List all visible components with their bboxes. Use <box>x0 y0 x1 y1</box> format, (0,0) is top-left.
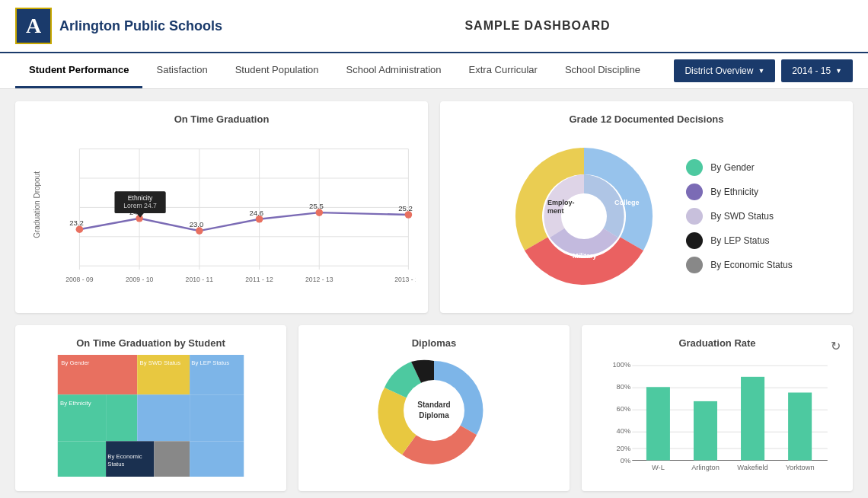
legend-label-swd: By SWD Status <box>710 211 774 222</box>
refresh-icon[interactable]: ↻ <box>831 340 841 353</box>
svg-text:By Economic: By Economic <box>107 453 142 460</box>
svg-text:40%: 40% <box>617 427 631 435</box>
graduation-rate-title: Graduation Rate <box>656 337 779 349</box>
nav-item-student-population[interactable]: Student Population <box>222 53 333 88</box>
treemap-svg: By Gender By SWD Status By LEP Status By… <box>27 355 274 477</box>
svg-rect-79 <box>788 393 812 461</box>
graduation-rate-card: Graduation Rate ↻ 100% 80% 60% 40% 20% 0… <box>582 325 853 491</box>
school-name: Arlington Public Schools <box>59 18 222 34</box>
svg-rect-56 <box>190 441 244 477</box>
svg-rect-51 <box>58 441 106 477</box>
svg-text:20%: 20% <box>617 445 631 452</box>
svg-rect-41 <box>97 355 137 394</box>
svg-rect-49 <box>137 394 190 441</box>
svg-text:100%: 100% <box>612 361 630 369</box>
svg-text:23.0: 23.0 <box>190 220 204 228</box>
year-selector-button[interactable]: 2014 - 15 <box>781 59 853 82</box>
svg-text:Mill: Mill <box>700 471 711 472</box>
svg-text:80%: 80% <box>617 383 631 391</box>
district-overview-button[interactable]: District Overview <box>674 59 775 82</box>
svg-text:60%: 60% <box>617 405 631 413</box>
nav-actions: District Overview 2014 - 15 <box>674 53 853 88</box>
svg-text:By LEP Status: By LEP Status <box>191 359 229 366</box>
svg-text:0%: 0% <box>621 457 630 464</box>
diplomas-title: Diplomas <box>311 337 557 349</box>
legend-item-swd: By SWD Status <box>686 208 792 225</box>
svg-rect-77 <box>741 377 764 461</box>
svg-text:2009 - 10: 2009 - 10 <box>126 276 154 283</box>
svg-text:Arlington: Arlington <box>691 464 720 471</box>
svg-text:Military: Military <box>573 252 597 260</box>
svg-text:Ethnicity: Ethnicity <box>128 194 153 202</box>
line-chart-svg: 23.2 24.7 23.0 24.6 25.5 25.2 2008 - 09 … <box>50 131 416 298</box>
treemap-title: On Time Graduation by Student <box>27 337 274 349</box>
main-content: On Time Graduation Graduation Dropout <box>0 89 868 498</box>
nav-item-satisfaction[interactable]: Satisfaction <box>142 53 221 88</box>
svg-text:College: College <box>614 199 640 206</box>
svg-text:Lorem     24.7: Lorem 24.7 <box>123 202 157 209</box>
legend-label-ethnicity: By Ethnicity <box>710 187 758 197</box>
svg-text:25.5: 25.5 <box>309 202 324 210</box>
svg-text:2008 - 09: 2008 - 09 <box>65 276 94 283</box>
nav-items: Student Performance Satisfaction Student… <box>15 53 674 88</box>
svg-rect-48 <box>106 394 137 441</box>
svg-text:2012 - 13: 2012 - 13 <box>305 276 333 283</box>
svg-rect-50 <box>190 394 244 441</box>
legend-item-economic: By Economic Status <box>686 257 792 273</box>
grade12-card: Grade 12 Documented Decisions <box>440 101 853 313</box>
legend-label-lep: By LEP Status <box>710 235 769 246</box>
svg-text:By Ethnicity: By Ethnicity <box>60 400 91 407</box>
svg-text:Status: Status <box>107 461 124 468</box>
svg-text:Wakefield: Wakefield <box>737 464 767 471</box>
economic-dot <box>686 257 703 273</box>
svg-text:W-L: W-L <box>652 464 665 471</box>
svg-text:Standard: Standard <box>417 401 450 409</box>
grade12-legend: By Gender By Ethnicity By SWD Status By … <box>686 159 792 273</box>
svg-text:24.6: 24.6 <box>249 209 263 217</box>
gender-dot <box>686 159 703 176</box>
top-row: On Time Graduation Graduation Dropout <box>15 101 853 313</box>
diplomas-card: Diplomas Standard Dip <box>298 325 570 491</box>
svg-text:By SWD Status: By SWD Status <box>140 359 181 366</box>
svg-rect-72 <box>646 387 670 460</box>
svg-text:Yorktown: Yorktown <box>786 464 815 471</box>
svg-text:2010 - 11: 2010 - 11 <box>186 276 214 283</box>
graduation-card: On Time Graduation Graduation Dropout <box>15 101 428 313</box>
svg-point-57 <box>404 380 464 441</box>
graduation-rate-svg: 100% 80% 60% 40% 20% 0% W-L Arlingto <box>594 358 841 472</box>
svg-text:2011 - 12: 2011 - 12 <box>245 276 273 283</box>
svg-text:Employ-: Employ- <box>547 199 575 206</box>
legend-label-economic: By Economic Status <box>710 260 792 270</box>
navigation: Student Performance Satisfaction Student… <box>0 53 868 89</box>
logo-box: A <box>15 8 52 44</box>
legend-item-gender: By Gender <box>686 159 792 176</box>
bottom-row: On Time Graduation by Student By Gender … <box>15 325 853 491</box>
legend-item-lep: By LEP Status <box>686 232 792 249</box>
svg-text:23.2: 23.2 <box>69 219 84 227</box>
svg-rect-55 <box>154 441 190 477</box>
legend-item-ethnicity: By Ethnicity <box>686 184 792 200</box>
graduation-chart-title: On Time Graduation <box>27 113 416 125</box>
svg-text:By Gender: By Gender <box>61 359 90 366</box>
lep-dot <box>686 232 703 249</box>
legend-label-gender: By Gender <box>710 162 754 173</box>
diplomas-donut-svg: Standard Diploma <box>373 350 495 468</box>
treemap-card: On Time Graduation by Student By Gender … <box>15 325 286 491</box>
logo-letter: A <box>26 14 41 38</box>
nav-item-extra-curricular[interactable]: Extra Curricular <box>455 53 551 88</box>
nav-item-student-performance[interactable]: Student Performance <box>15 53 142 88</box>
header: A Arlington Public Schools SAMPLE DASHBO… <box>0 0 868 53</box>
grade12-chart-title: Grade 12 Documented Decisions <box>452 113 841 125</box>
svg-text:Diploma: Diploma <box>419 411 449 420</box>
svg-text:25.2: 25.2 <box>398 204 413 212</box>
swd-dot <box>686 208 703 225</box>
svg-text:2013 - 14: 2013 - 14 <box>394 276 416 283</box>
ethnicity-dot <box>686 184 703 200</box>
nav-item-school-administration[interactable]: School Administration <box>333 53 455 88</box>
grade12-donut-svg: College Employ- ment Military <box>500 132 668 300</box>
svg-text:ment: ment <box>547 207 564 215</box>
nav-item-school-discipline[interactable]: School Discipline <box>551 53 654 88</box>
dashboard-title: SAMPLE DASHBOARD <box>464 19 610 33</box>
y-axis-label: Graduation Dropout <box>33 171 41 238</box>
svg-rect-74 <box>694 401 717 461</box>
